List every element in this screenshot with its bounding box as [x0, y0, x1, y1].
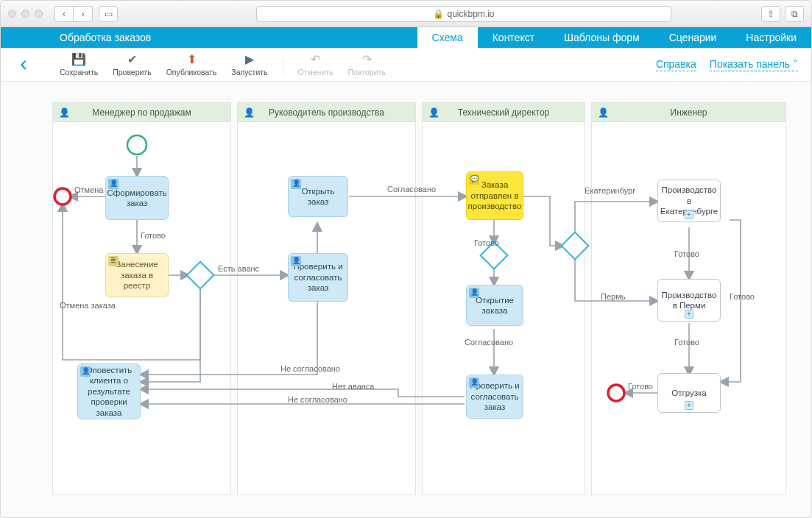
label-not-agreed2: Не согласовано: [288, 395, 347, 404]
min-dot[interactable]: [21, 10, 29, 18]
nav-back-forward: ‹ ›: [54, 6, 93, 22]
task-notify[interactable]: 👤 Оповестить клиента о результате провер…: [77, 363, 141, 419]
back-arrow[interactable]: ‹: [20, 51, 27, 76]
expand-icon[interactable]: +: [685, 210, 693, 219]
lock-icon: 🔒: [433, 9, 444, 19]
lane-title: Технический директор: [458, 107, 549, 118]
person-icon: 👤: [428, 107, 439, 118]
person-icon: 👤: [59, 107, 70, 118]
task-open-order[interactable]: 👤 Открыть заказ: [288, 176, 348, 217]
url-bar[interactable]: 🔒 quickbpm.io: [256, 6, 671, 22]
expand-icon[interactable]: +: [685, 310, 693, 319]
tab-schema[interactable]: Схема: [417, 27, 478, 48]
page-title: Обработка заказов: [60, 32, 151, 43]
script-icon: ≣: [108, 256, 119, 266]
label-not-agreed: Не согласовано: [280, 364, 340, 373]
browser-chrome: ‹ › ▭ 🔒 quickbpm.io ⇧ ⧉: [1, 1, 811, 27]
label-agreed2: Согласовано: [465, 338, 513, 347]
task-form-order[interactable]: 👤 Сформировать заказ: [105, 176, 169, 220]
label-ready4: Готово: [674, 338, 699, 347]
label-cancel: Отмена: [74, 185, 103, 194]
back-button[interactable]: ‹: [54, 6, 74, 22]
max-dot[interactable]: [35, 10, 43, 18]
tab-settings[interactable]: Настройки: [731, 27, 811, 48]
redo-button[interactable]: ↷ Повторить: [348, 52, 386, 77]
publish-button[interactable]: ⬆ Опубликовать: [166, 52, 217, 77]
traffic-lights: [8, 10, 43, 18]
label-no-advance: Нет аванса: [332, 382, 374, 391]
check-icon: ✔: [127, 52, 137, 66]
user-icon: 👤: [469, 377, 479, 388]
share-button[interactable]: ⇧: [761, 6, 780, 22]
undo-button[interactable]: ↶ Отменить: [298, 52, 333, 77]
label-perm: Пермь: [601, 292, 625, 301]
help-link[interactable]: Справка: [656, 58, 696, 71]
label-ready5: Готово: [730, 292, 755, 301]
sub-ship[interactable]: Отгрузка +: [657, 373, 721, 413]
tabs-button[interactable]: ⧉: [785, 6, 804, 22]
sub-prod-perm[interactable]: Производство в Перми +: [657, 279, 721, 322]
close-dot[interactable]: [8, 10, 16, 18]
user-icon: 👤: [80, 366, 91, 377]
redo-icon: ↷: [362, 52, 372, 66]
task-register[interactable]: ≣ Занесение заказа в реестр: [105, 253, 169, 297]
lane-sales[interactable]: 👤 Менеджер по продажам: [52, 102, 231, 495]
show-panel-link[interactable]: Показать панель ˄: [710, 58, 798, 71]
person-icon: 👤: [244, 107, 255, 118]
lane-title: Руководитель производства: [269, 107, 384, 118]
run-icon: ▶: [245, 52, 254, 66]
save-button[interactable]: 💾 Сохранить: [60, 52, 98, 77]
header-tabs: Схема Контекст Шаблоны форм Сценарии Нас…: [417, 27, 811, 48]
tab-context[interactable]: Контекст: [478, 27, 549, 48]
sidebar-button[interactable]: ▭: [99, 6, 118, 22]
publish-icon: ⬆: [187, 52, 197, 66]
label-ready2: Готово: [474, 238, 499, 247]
label-ready6: Готово: [628, 382, 653, 391]
message-icon: 💬: [469, 174, 479, 185]
label-agreed: Согласовано: [387, 185, 436, 194]
tab-scenarios[interactable]: Сценарии: [654, 27, 732, 48]
label-ekb: Екатеринбург: [585, 186, 635, 195]
forward-button[interactable]: ›: [74, 6, 93, 22]
lane-title: Менеджер по продажам: [92, 107, 191, 118]
user-icon: 👤: [108, 179, 119, 189]
user-icon: 👤: [291, 256, 301, 266]
diagram-canvas[interactable]: 👤 Менеджер по продажам 👤 Руководитель пр…: [52, 102, 797, 495]
undo-icon: ↶: [311, 52, 320, 66]
user-icon: 👤: [291, 179, 301, 189]
sub-prod-ekb[interactable]: Производство в Екатеринбурге +: [657, 180, 721, 222]
save-icon: 💾: [71, 52, 86, 66]
app-header: Обработка заказов Схема Контекст Шаблоны…: [1, 27, 811, 48]
url-text: quickbpm.io: [447, 9, 494, 19]
check-button[interactable]: ✔ Проверить: [113, 52, 152, 77]
task-check-coord2[interactable]: 👤 Проверить и согласовать заказ: [466, 375, 523, 419]
label-ready: Готово: [141, 231, 166, 240]
label-ready3: Готово: [674, 249, 699, 258]
run-button[interactable]: ▶ Запустить: [231, 52, 267, 77]
person-icon: 👤: [598, 107, 609, 118]
task-sent-prod[interactable]: 💬 Заказа отправлен в производство: [466, 171, 523, 220]
task-open-order2[interactable]: 👤 Открытие заказа: [466, 285, 523, 326]
editor-toolbar: 💾 Сохранить ✔ Проверить ⬆ Опубликовать ▶…: [1, 48, 811, 82]
user-icon: 👤: [469, 288, 479, 298]
label-advance: Есть аванс: [218, 264, 259, 273]
task-check-coord[interactable]: 👤 Проверить и согласовать заказ: [288, 253, 348, 302]
tab-forms[interactable]: Шаблоны форм: [549, 27, 654, 48]
label-cancel-order: Отмена заказа: [60, 301, 116, 310]
expand-icon[interactable]: +: [685, 401, 693, 410]
lane-title: Инженер: [671, 107, 707, 118]
